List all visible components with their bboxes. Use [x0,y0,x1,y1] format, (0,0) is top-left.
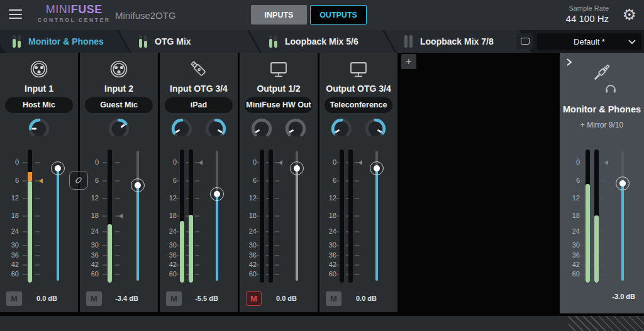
mix-tab-bar: Monitor & PhonesOTG MixLoopback Mix 5/6L… [0,30,644,53]
volume-fader[interactable] [369,149,385,283]
scale-tick-mark [195,255,199,256]
tab-monitor-phones[interactable]: Monitor & Phones [0,30,130,53]
fader-handle[interactable] [619,180,626,187]
fader-handle[interactable] [55,165,61,171]
scale-tick-mark [581,180,586,182]
scale-tick-mark [115,264,119,266]
volume-fader[interactable] [130,149,146,283]
preset-compare-button[interactable] [516,33,533,49]
scale-tick-mark [255,162,259,163]
pan-knob-row [160,117,238,143]
logo-text-primary: MINI [46,3,71,16]
mute-button[interactable]: M [6,291,22,306]
mute-button[interactable]: M [326,291,341,306]
peak-marker-icon [279,160,282,165]
scale-tick-label: 36 [0,251,19,259]
scale-tick-label: 36 [319,251,336,259]
pan-knob[interactable] [27,117,51,141]
fader-handle[interactable] [294,165,300,171]
scale-tick-label: 30 [0,241,19,249]
fader-handle[interactable] [214,191,220,197]
fader-handle[interactable] [374,165,380,171]
scale-tick-mark [195,215,199,217]
fader-track [216,194,218,281]
scale-tick-label: 0 [319,158,336,166]
scale-tick-mark [601,264,605,266]
pan-knob[interactable] [250,117,274,141]
scale-tick-label: 0 [0,158,19,166]
channel-device-label[interactable]: iPad [165,97,233,113]
pan-knob[interactable] [170,117,194,141]
resize-handle[interactable] [569,316,644,331]
menu-icon[interactable] [9,9,22,19]
level-meter [340,149,344,283]
scale-tick-mark [195,198,199,199]
scale-tick-label: 12 [560,194,580,202]
scale-tick-label: 18 [160,212,177,219]
fader-track [57,168,59,281]
mute-button[interactable]: M [246,291,262,306]
add-channel-button[interactable]: + [401,54,416,69]
scale-tick-mark [175,255,179,256]
preset-dropdown[interactable]: Default * [537,33,641,50]
scale-tick-label: 12 [319,194,336,202]
level-meter-zone: 0612182430364260 [240,149,318,283]
channel-device-label[interactable]: Teleconference [325,97,392,113]
tab-otg-mix[interactable]: OTG Mix [119,30,260,53]
scale-tick-mark [275,198,279,199]
level-meter-fill [586,184,590,283]
scale-tick-mark [275,231,279,232]
scale-tick-mark [335,180,339,182]
scale-tick-mark [175,264,179,266]
level-meter [594,149,599,283]
pan-knob[interactable] [107,117,131,141]
pan-knob[interactable] [364,117,387,141]
scale-tick-mark [601,215,605,217]
scale-tick-label: 42 [240,261,257,268]
scale-tick-label: 6 [160,176,177,184]
scale-tick-label: 30 [160,241,177,249]
tab-loopback-mix-7-8[interactable]: Loopback Mix 7/8 [384,30,531,53]
volume-fader[interactable] [289,149,305,283]
tab-meter-icon [139,35,147,48]
channel-device-label[interactable]: MiniFuse HW Out [245,97,313,113]
scale-tick-mark [23,264,27,266]
scale-tick-label: 24 [0,227,19,235]
volume-fader[interactable] [614,149,631,283]
tab-loopback-mix-5-6[interactable]: Loopback Mix 5/6 [249,30,395,53]
inputs-tab-button[interactable]: INPUTS [251,5,307,24]
scale-tick-mark [335,198,339,199]
scale-tick-mark [601,198,605,199]
scale-tick-mark [255,274,259,275]
outputs-tab-button[interactable]: OUTPUTS [310,5,367,24]
pan-knob[interactable] [204,117,228,141]
scale-tick-mark [175,231,179,232]
scale-tick-mark [355,245,359,246]
volume-fader[interactable] [209,149,225,283]
volume-fader[interactable] [50,149,66,283]
mute-button[interactable]: M [86,291,102,306]
stereo-link-button[interactable] [69,171,88,190]
scale-tick-mark [275,180,279,182]
scale-tick-mark [195,245,199,246]
channel-strip-input-otg-3-4: Input OTG 3/4iPad 0612182430364260M-5.5 … [160,53,238,312]
channel-device-label[interactable]: Guest Mic [85,97,153,113]
level-meter [180,149,184,283]
scale-tick-label: 42 [160,261,177,268]
scale-tick-mark [23,274,27,275]
scale-tick-label: 6 [319,176,336,184]
settings-gear-icon[interactable]: ⚙ [623,5,636,24]
scale-tick-label: 30 [240,241,257,249]
level-meter [269,149,273,283]
scale-tick-label: 36 [240,251,257,259]
scale-tick-mark [103,274,107,275]
mute-button[interactable]: M [166,291,182,306]
pan-knob[interactable] [330,117,353,141]
scale-tick-mark [335,215,339,217]
scale-tick-mark [255,180,259,182]
pan-knob[interactable] [284,117,308,141]
level-meter-fill [180,221,184,283]
display-icon [319,56,397,82]
channel-device-label[interactable]: Host Mic [5,97,73,113]
fader-db-value: 0.0 dB [262,295,311,302]
